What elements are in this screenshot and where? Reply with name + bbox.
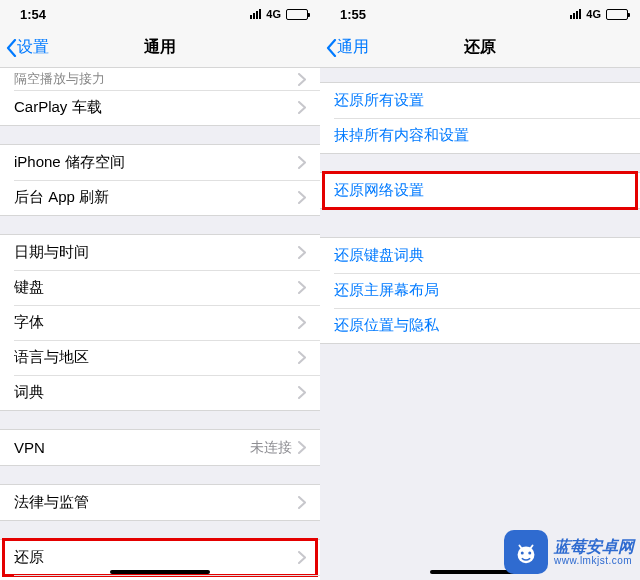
watermark-title: 蓝莓安卓网 <box>554 538 634 556</box>
settings-list: 隔空播放与接力 CarPlay 车载 iPhone 储存空间 后台 App 刷新 <box>0 68 320 580</box>
row-shutdown[interactable]: 关机 <box>0 575 320 580</box>
home-indicator <box>110 570 210 574</box>
nav-bar: 通用 还原 <box>320 28 640 68</box>
battery-icon <box>286 9 308 20</box>
back-label: 设置 <box>17 37 49 58</box>
row-reset-network-settings[interactable]: 还原网络设置 <box>320 173 640 208</box>
back-label: 通用 <box>337 37 369 58</box>
chevron-right-icon <box>298 441 306 454</box>
row-date-time[interactable]: 日期与时间 <box>0 235 320 270</box>
signal-icon <box>250 9 261 19</box>
vpn-value: 未连接 <box>250 439 292 457</box>
chevron-right-icon <box>298 316 306 329</box>
row-reset-location-privacy[interactable]: 还原位置与隐私 <box>320 308 640 343</box>
network-label: 4G <box>266 8 281 20</box>
svg-point-0 <box>518 546 535 563</box>
signal-icon <box>570 9 581 19</box>
chevron-left-icon <box>6 39 17 57</box>
row-vpn[interactable]: VPN 未连接 <box>0 430 320 465</box>
status-bar: 1:55 4G <box>320 0 640 28</box>
phone-left: 1:54 4G 设置 通用 隔空播放与接力 CarPlay 车载 <box>0 0 320 580</box>
row-reset-keyboard-dict[interactable]: 还原键盘词典 <box>320 238 640 273</box>
chevron-right-icon <box>298 551 306 564</box>
chevron-right-icon <box>298 156 306 169</box>
battery-icon <box>606 9 628 20</box>
svg-point-2 <box>528 551 531 554</box>
svg-point-1 <box>521 551 524 554</box>
row-reset-home-layout[interactable]: 还原主屏幕布局 <box>320 273 640 308</box>
watermark: 蓝莓安卓网 www.lmkjst.com <box>504 530 634 574</box>
chevron-right-icon <box>298 351 306 364</box>
row-erase-all-content[interactable]: 抹掉所有内容和设置 <box>320 118 640 153</box>
back-button[interactable]: 设置 <box>0 37 49 58</box>
reset-list: 还原所有设置 抹掉所有内容和设置 还原网络设置 还原键盘词典 还原主屏幕布局 <box>320 68 640 344</box>
chevron-right-icon <box>298 73 306 86</box>
nav-bar: 设置 通用 <box>0 28 320 68</box>
chevron-left-icon <box>326 39 337 57</box>
watermark-logo-icon <box>504 530 548 574</box>
row-storage[interactable]: iPhone 储存空间 <box>0 145 320 180</box>
chevron-right-icon <box>298 191 306 204</box>
chevron-right-icon <box>298 281 306 294</box>
phone-right: 1:55 4G 通用 还原 还原所有设置 抹掉所有内容和设置 <box>320 0 640 580</box>
row-fonts[interactable]: 字体 <box>0 305 320 340</box>
chevron-right-icon <box>298 496 306 509</box>
chevron-right-icon <box>298 101 306 114</box>
row-reset-all-settings[interactable]: 还原所有设置 <box>320 83 640 118</box>
row-keyboard[interactable]: 键盘 <box>0 270 320 305</box>
status-time: 1:54 <box>20 7 46 22</box>
row-carplay[interactable]: CarPlay 车载 <box>0 90 320 125</box>
row-language-region[interactable]: 语言与地区 <box>0 340 320 375</box>
chevron-right-icon <box>298 386 306 399</box>
status-bar: 1:54 4G <box>0 0 320 28</box>
network-label: 4G <box>586 8 601 20</box>
row-background-refresh[interactable]: 后台 App 刷新 <box>0 180 320 215</box>
back-button[interactable]: 通用 <box>320 37 369 58</box>
row-dictionary[interactable]: 词典 <box>0 375 320 410</box>
row-legal[interactable]: 法律与监管 <box>0 485 320 520</box>
watermark-url: www.lmkjst.com <box>554 555 634 566</box>
status-time: 1:55 <box>340 7 366 22</box>
row-airplay-partial[interactable]: 隔空播放与接力 <box>0 68 320 90</box>
chevron-right-icon <box>298 246 306 259</box>
